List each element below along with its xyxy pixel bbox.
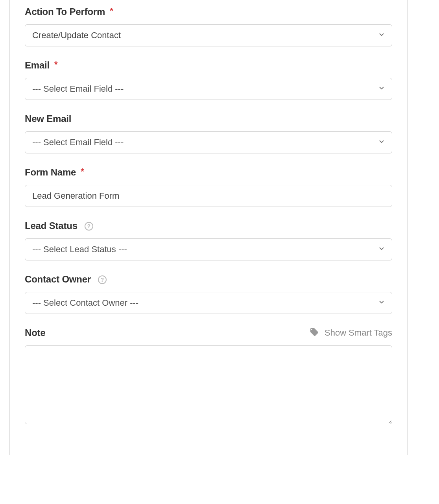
action-select[interactable]: Create/Update Contact xyxy=(25,24,392,46)
contact-owner-select-wrap: --- Select Contact Owner --- xyxy=(25,292,392,314)
email-select-wrap: --- Select Email Field --- xyxy=(25,78,392,100)
action-label-row: Action To Perform * xyxy=(25,6,392,17)
email-label-row: Email * xyxy=(25,60,392,71)
help-icon[interactable]: ? xyxy=(98,275,107,284)
note-label-row: Note Show Smart Tags xyxy=(25,327,392,338)
note-label: Note xyxy=(25,327,46,338)
action-group: Action To Perform * Create/Update Contac… xyxy=(25,6,392,46)
action-label: Action To Perform xyxy=(25,6,105,17)
form-name-input[interactable] xyxy=(25,185,392,207)
lead-status-group: Lead Status ? --- Select Lead Status --- xyxy=(25,220,392,260)
contact-owner-group: Contact Owner ? --- Select Contact Owner… xyxy=(25,274,392,314)
note-group: Note Show Smart Tags xyxy=(25,327,392,426)
lead-status-label: Lead Status xyxy=(25,220,77,231)
lead-status-placeholder: --- Select Lead Status --- xyxy=(32,244,127,255)
action-select-value: Create/Update Contact xyxy=(32,30,121,41)
required-mark-form-name: * xyxy=(81,166,84,177)
new-email-select[interactable]: --- Select Email Field --- xyxy=(25,131,392,153)
new-email-select-placeholder: --- Select Email Field --- xyxy=(32,137,124,148)
new-email-label: New Email xyxy=(25,113,71,124)
show-smart-tags-button[interactable]: Show Smart Tags xyxy=(310,327,392,338)
form-name-label-row: Form Name * xyxy=(25,167,392,178)
action-select-wrap: Create/Update Contact xyxy=(25,24,392,46)
required-mark-email: * xyxy=(54,59,58,70)
tag-icon xyxy=(310,327,319,338)
email-select-placeholder: --- Select Email Field --- xyxy=(32,84,124,94)
note-textarea[interactable] xyxy=(25,345,392,424)
lead-status-select[interactable]: --- Select Lead Status --- xyxy=(25,238,392,260)
form-panel: Action To Perform * Create/Update Contac… xyxy=(9,0,408,455)
lead-status-label-row: Lead Status ? xyxy=(25,220,392,231)
new-email-group: New Email --- Select Email Field --- xyxy=(25,113,392,153)
form-name-label: Form Name xyxy=(25,167,76,178)
contact-owner-label-row: Contact Owner ? xyxy=(25,274,392,285)
new-email-label-row: New Email xyxy=(25,113,392,124)
email-select[interactable]: --- Select Email Field --- xyxy=(25,78,392,100)
smart-tags-label: Show Smart Tags xyxy=(325,328,392,338)
required-mark-action: * xyxy=(110,6,113,16)
email-group: Email * --- Select Email Field --- xyxy=(25,60,392,100)
contact-owner-label: Contact Owner xyxy=(25,274,91,285)
lead-status-select-wrap: --- Select Lead Status --- xyxy=(25,238,392,260)
help-icon[interactable]: ? xyxy=(85,222,93,231)
contact-owner-placeholder: --- Select Contact Owner --- xyxy=(32,298,138,308)
form-name-group: Form Name * xyxy=(25,167,392,207)
contact-owner-select[interactable]: --- Select Contact Owner --- xyxy=(25,292,392,314)
new-email-select-wrap: --- Select Email Field --- xyxy=(25,131,392,153)
email-label: Email xyxy=(25,60,50,71)
